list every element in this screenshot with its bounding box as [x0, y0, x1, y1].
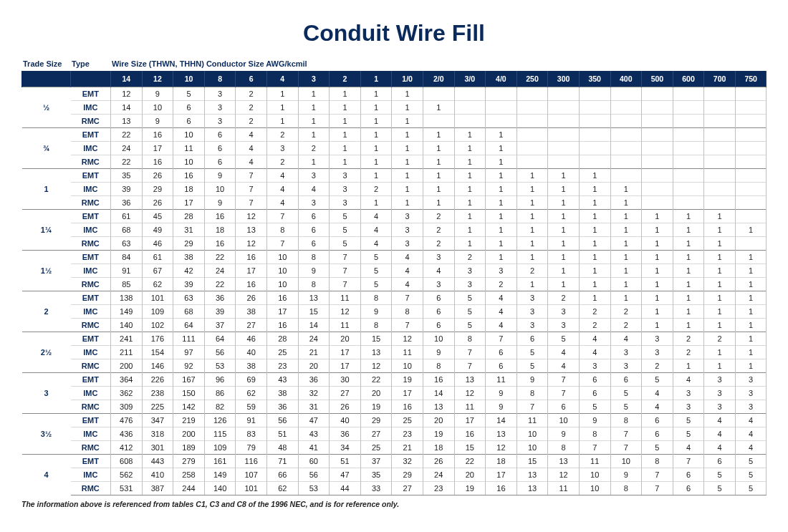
fill-value-cell: 24	[111, 142, 143, 155]
fill-value-cell: 1	[642, 264, 673, 278]
fill-value-cell: 45	[142, 210, 173, 223]
fill-value-cell: 27	[392, 482, 423, 495]
conduit-type-cell: IMC	[71, 305, 111, 319]
fill-value-cell: 17	[236, 264, 267, 278]
fill-value-cell	[548, 128, 580, 142]
conduit-type-cell: IMC	[71, 427, 111, 441]
fill-value-cell: 1	[548, 223, 580, 237]
fill-value-cell: 36	[111, 196, 143, 210]
fill-value-cell: 13	[423, 400, 454, 414]
fill-value-cell: 7	[330, 264, 361, 278]
fill-value-cell: 2	[266, 155, 298, 169]
fill-value-cell: 4	[360, 210, 392, 223]
wire-size-col: 700	[704, 71, 736, 87]
fill-value-cell: 309	[111, 400, 143, 414]
fill-value-cell: 4	[548, 359, 580, 373]
fill-value-cell: 27	[360, 427, 392, 441]
fill-value-cell: 83	[236, 427, 267, 441]
fill-value-cell: 61	[111, 210, 143, 223]
fill-value-cell: 13	[486, 427, 517, 441]
fill-value-cell: 64	[173, 319, 205, 332]
fill-value-cell: 531	[111, 482, 143, 495]
conduit-type-cell: EMT	[71, 87, 111, 101]
fill-value-cell: 19	[423, 427, 454, 441]
fill-value-cell: 39	[111, 183, 143, 196]
fill-value-cell: 4	[392, 278, 423, 291]
fill-value-cell: 5	[579, 400, 610, 414]
fill-value-cell: 1	[735, 251, 767, 264]
fill-value-cell: 12	[111, 87, 143, 101]
fill-value-cell: 2	[486, 278, 517, 291]
fill-value-cell: 1	[548, 251, 580, 264]
fill-value-cell: 10	[392, 359, 423, 373]
fill-value-cell: 24	[204, 264, 236, 278]
fill-value-cell: 1	[704, 359, 736, 373]
wire-size-col: 750	[735, 71, 767, 87]
fill-value-cell: 43	[266, 373, 298, 387]
fill-value-cell	[735, 115, 767, 128]
fill-value-cell	[486, 87, 517, 101]
fill-value-cell: 4	[642, 400, 673, 414]
fill-value-cell: 13	[516, 482, 548, 495]
fill-value-cell: 1	[704, 210, 736, 223]
fill-value-cell: 412	[111, 441, 143, 455]
fill-value-cell: 40	[330, 414, 361, 427]
fill-value-cell: 13	[454, 373, 486, 387]
fill-value-cell	[735, 155, 767, 169]
fill-value-cell: 3	[642, 346, 673, 359]
fill-value-cell: 1	[266, 87, 298, 101]
fill-value-cell: 12	[236, 237, 267, 251]
fill-value-cell: 1	[642, 237, 673, 251]
table-row: RMC200146925338232017121087654332111	[22, 359, 767, 373]
fill-value-cell	[579, 115, 610, 128]
fill-value-cell: 1	[642, 278, 673, 291]
fill-value-cell	[486, 101, 517, 115]
fill-value-cell: 1	[298, 87, 330, 101]
fill-value-cell	[423, 115, 454, 128]
fill-value-cell	[516, 115, 548, 128]
fill-value-cell: 8	[610, 414, 642, 427]
fill-value-cell: 150	[173, 387, 205, 400]
fill-value-cell: 1	[579, 210, 610, 223]
fill-value-cell: 24	[423, 468, 454, 482]
fill-value-cell: 4	[673, 441, 704, 455]
fill-value-cell: 2	[516, 264, 548, 278]
fill-value-cell: 9	[579, 414, 610, 427]
fill-value-cell: 149	[204, 468, 236, 482]
fill-value-cell: 3	[392, 237, 423, 251]
fill-value-cell	[454, 87, 486, 101]
fill-value-cell: 16	[173, 169, 205, 183]
fill-value-cell: 6	[673, 468, 704, 482]
fill-value-cell: 1	[423, 142, 454, 155]
fill-value-cell	[579, 87, 610, 101]
fill-value-cell: 1	[330, 142, 361, 155]
fill-value-cell: 19	[360, 400, 392, 414]
table-row: 2½EMT24117611164462824201512108765443221	[22, 332, 767, 346]
fill-value-cell: 436	[111, 427, 143, 441]
fill-value-cell: 2	[610, 305, 642, 319]
fill-value-cell: 15	[454, 441, 486, 455]
fill-value-cell: 3	[298, 196, 330, 210]
fill-value-cell: 12	[392, 332, 423, 346]
fill-value-cell: 5	[360, 278, 392, 291]
fill-value-cell: 47	[298, 414, 330, 427]
conduit-type-cell: RMC	[71, 196, 111, 210]
fill-value-cell: 7	[236, 196, 267, 210]
fill-value-cell: 1	[610, 251, 642, 264]
fill-value-cell: 26	[330, 400, 361, 414]
fill-value-cell: 2	[673, 346, 704, 359]
trade-size-cell: 2	[22, 291, 71, 332]
conduit-type-cell: EMT	[71, 210, 111, 223]
fill-value-cell: 1	[298, 101, 330, 115]
fill-value-cell: 67	[142, 264, 173, 278]
fill-value-cell: 1	[392, 115, 423, 128]
conduit-type-cell: RMC	[71, 441, 111, 455]
fill-value-cell	[704, 101, 736, 115]
fill-value-cell: 7	[266, 237, 298, 251]
fill-value-cell: 1	[704, 278, 736, 291]
fill-value-cell: 31	[298, 400, 330, 414]
fill-value-cell: 1	[642, 251, 673, 264]
fill-value-cell: 5	[516, 346, 548, 359]
fill-value-cell: 8	[516, 387, 548, 400]
fill-value-cell: 4	[266, 169, 298, 183]
